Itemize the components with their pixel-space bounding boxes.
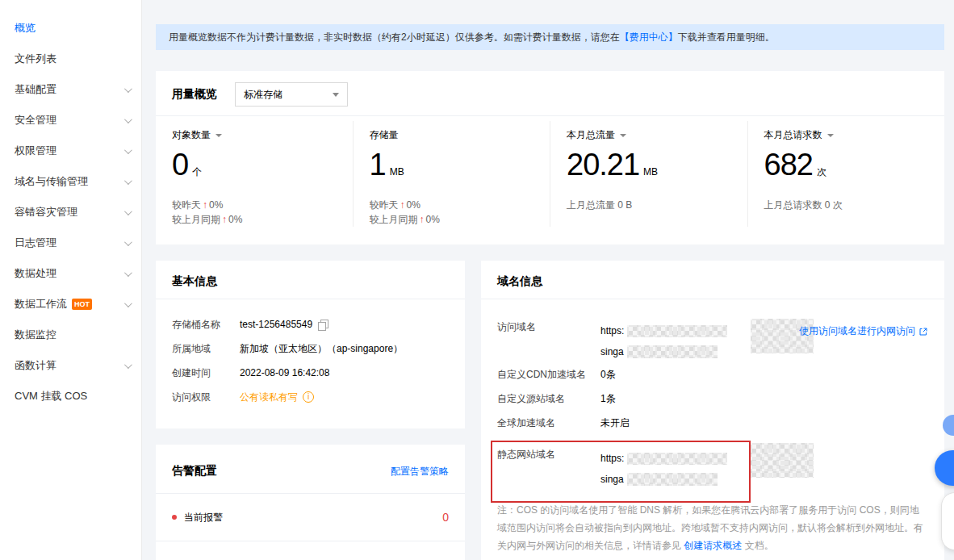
- domain-info-title: 域名信息: [497, 274, 542, 289]
- metric-value: 1 MB: [370, 147, 534, 190]
- sidebar-item-data-workflow[interactable]: 数据工作流 HOT: [0, 289, 141, 320]
- sidebar-item-label: 数据工作流: [15, 297, 67, 311]
- row-label: 存储桶名称: [172, 318, 240, 332]
- storage-class-select[interactable]: 标准存储: [235, 82, 348, 107]
- metric-sub-line: 较上月同期0%: [172, 212, 337, 227]
- chevron-down-icon: [124, 269, 132, 277]
- alarm-config-card: 告警配置 配置告警策略 当前报警 0 已配置告警策略 0: [156, 445, 465, 560]
- cos-console-page: { "sidebar": { "items": [ {"label": "概览"…: [0, 0, 954, 560]
- chevron-down-icon[interactable]: [827, 134, 834, 137]
- metric-sub-value: 0%: [209, 199, 223, 211]
- info-icon[interactable]: [303, 391, 314, 403]
- metric-label-row: 存储量: [370, 128, 534, 142]
- sidebar-item-file-list[interactable]: 文件列表: [0, 44, 141, 74]
- alarm-config-header: 告警配置 配置告警策略: [156, 445, 465, 493]
- access-domain-row: 访问域名 https: singa: [497, 320, 928, 362]
- floating-toolbar[interactable]: [941, 492, 954, 550]
- create-request-overview-link[interactable]: 创建请求概述: [684, 540, 742, 551]
- access-permission-row: 访问权限 公有读私有写: [172, 385, 449, 409]
- row-label: 所属地域: [172, 342, 240, 356]
- access-domain-line2: singa: [600, 341, 727, 362]
- redacted-block: [627, 325, 727, 337]
- domain-text: singa: [600, 474, 624, 485]
- domain-info-card: 域名信息 访问域名 https: singa: [481, 261, 944, 560]
- create-time-row: 创建时间 2022-08-09 16:42:08: [172, 361, 449, 385]
- sidebar-item-function-compute[interactable]: 函数计算: [0, 350, 141, 381]
- metric-label-row: 本月总流量: [567, 128, 731, 142]
- sidebar-item-label: CVM 挂载 COS: [15, 389, 87, 403]
- metric-sub-label: 较昨天: [172, 199, 201, 211]
- access-permission-value[interactable]: 公有读私有写: [240, 391, 314, 404]
- metric-sub-line: 上月总流量 0 B: [567, 198, 731, 212]
- row-label: 访问域名: [497, 320, 600, 362]
- sidebar-item-data-monitor[interactable]: 数据监控: [0, 320, 141, 350]
- copy-icon[interactable]: [318, 320, 328, 330]
- usage-notice-banner: 用量概览数据不作为计费计量数据，非实时数据（约有2小时延迟）仅供参考。如需计费计…: [156, 24, 944, 50]
- row-value: 2022-08-09 16:42:08: [240, 367, 329, 378]
- chevron-down-icon: [124, 85, 132, 93]
- metric-unit: 个: [192, 154, 202, 190]
- bucket-name-row: 存储桶名称 test-1256485549: [172, 312, 449, 336]
- chevron-down-icon[interactable]: [215, 134, 222, 137]
- sidebar-item-log[interactable]: 日志管理: [0, 228, 141, 258]
- metric-value: 682 次: [764, 147, 929, 190]
- alarm-dot-icon: [172, 515, 177, 520]
- internal-access-link[interactable]: 使用访问域名进行内网访问: [799, 324, 928, 338]
- sidebar-item-security[interactable]: 安全管理: [0, 105, 141, 136]
- row-value: 1条: [600, 392, 616, 406]
- static-domain-value: https: singa: [600, 448, 727, 490]
- redacted-block: [627, 345, 718, 358]
- sidebar-item-fault-tolerance[interactable]: 容错容灾管理: [0, 197, 141, 228]
- basic-info-rows: 存储桶名称 test-1256485549 所属地域 新加坡（亚太地区）（ap-…: [156, 299, 465, 428]
- cdn-domain-row: 自定义CDN加速域名 0条: [497, 362, 928, 387]
- chevron-down-icon: [124, 238, 132, 246]
- domain-info-body: 访问域名 https: singa: [481, 299, 944, 560]
- row-value: 新加坡（亚太地区）（ap-singapore）: [240, 342, 403, 356]
- chevron-down-icon[interactable]: [620, 134, 626, 137]
- billing-center-link[interactable]: 【费用中心】: [620, 31, 678, 43]
- sidebar-item-cvm-mount-cos[interactable]: CVM 挂载 COS: [0, 381, 141, 412]
- metric-label-row: 对象数量: [172, 128, 337, 142]
- domain-note: 注：COS 的访问域名使用了智能 DNS 解析，如果您在腾讯云内部署了服务用于访…: [497, 501, 928, 554]
- row-label: 自定义CDN加速域名: [497, 368, 600, 382]
- static-domain-line2: singa: [600, 469, 727, 490]
- usage-overview-card: 用量概览 标准存储 对象数量 0 个 较昨天0%: [156, 71, 944, 244]
- sidebar-item-label: 权限管理: [15, 144, 56, 158]
- metric-storage-volume: 存储量 1 MB 较昨天0% 较上月同期0%: [353, 121, 550, 227]
- sidebar-item-label: 基础配置: [15, 82, 56, 97]
- metric-label: 对象数量: [172, 128, 211, 142]
- chevron-down-icon: [124, 361, 132, 369]
- static-website-domain-row: 静态网站域名 https: singa: [497, 448, 928, 490]
- chevron-down-icon: [124, 299, 132, 307]
- metric-sub-line: 上月总请求数 0 次: [764, 198, 929, 212]
- bucket-name-value: test-1256485549: [240, 319, 328, 330]
- sidebar-item-basic-config[interactable]: 基础配置: [0, 74, 141, 105]
- metric-sub-label: 较上月同期: [172, 214, 220, 225]
- domain-info-header: 域名信息: [481, 261, 944, 299]
- metric-unit: 次: [817, 154, 826, 190]
- row-value: 未开启: [600, 416, 630, 430]
- right-column: 域名信息 访问域名 https: singa: [481, 261, 944, 560]
- metric-sub-label: 较昨天: [370, 199, 399, 211]
- sidebar-item-domain-transfer[interactable]: 域名与传输管理: [0, 166, 141, 197]
- basic-info-card: 基本信息 存储桶名称 test-1256485549 所属地域 新加坡（亚太地区…: [156, 261, 465, 428]
- domain-text: https:: [600, 453, 624, 464]
- sidebar-item-label: 安全管理: [15, 113, 56, 127]
- origin-domain-row: 自定义源站域名 1条: [497, 387, 928, 411]
- sidebar-item-label: 日志管理: [15, 236, 56, 250]
- metric-object-count: 对象数量 0 个 较昨天0% 较上月同期0%: [156, 121, 353, 227]
- sidebar-item-overview[interactable]: 概览: [0, 13, 141, 44]
- sidebar-item-permission[interactable]: 权限管理: [0, 136, 141, 166]
- metric-sub-value: 0%: [228, 214, 242, 225]
- metric-unit: MB: [390, 154, 404, 190]
- row-label: 自定义源站域名: [497, 392, 600, 406]
- metric-sub-value: 0%: [426, 214, 440, 225]
- global-acceleration-row: 全球加速域名 未开启: [497, 411, 928, 435]
- configure-alarm-policy-link[interactable]: 配置告警策略: [391, 465, 449, 479]
- sidebar-item-data-processing[interactable]: 数据处理: [0, 258, 141, 289]
- note-text: 文档。: [742, 540, 773, 551]
- metric-sub-line: 较昨天0%: [370, 198, 534, 212]
- redacted-block: [627, 453, 727, 465]
- metric-unit: MB: [643, 154, 658, 190]
- hot-badge: HOT: [72, 299, 92, 310]
